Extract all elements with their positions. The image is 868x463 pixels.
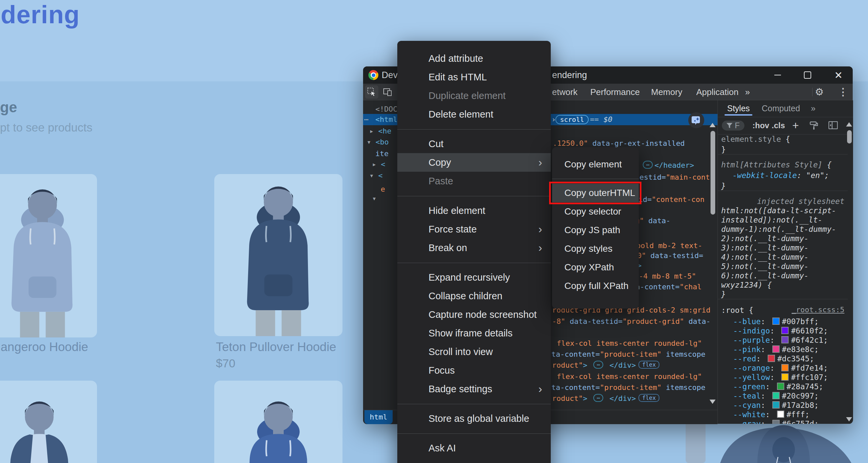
menu-item-hide-element[interactable]: Hide element xyxy=(397,201,551,220)
menu-item-label: Hide element xyxy=(429,205,485,216)
inline-expand-button[interactable]: ⋯ xyxy=(643,161,653,169)
menu-item-copy-selector[interactable]: Copy selector xyxy=(552,202,639,221)
menu-item-capture-node-screenshot[interactable]: Capture node screenshot xyxy=(397,305,551,324)
close-button[interactable]: ✕ xyxy=(832,68,845,82)
product-card[interactable] xyxy=(214,174,342,336)
menu-item-label: Collapse children xyxy=(429,290,502,301)
new-style-rule-button[interactable]: + xyxy=(792,117,799,133)
maximize-icon xyxy=(804,71,811,79)
code-line: ta-content="product-item" itemscope xyxy=(551,349,706,360)
code-line: p-4 mb-8 mt-5" xyxy=(634,271,696,282)
breadcrumb-html[interactable]: html xyxy=(364,410,393,424)
tab-application[interactable]: Application xyxy=(696,84,739,100)
color-swatch[interactable] xyxy=(777,410,784,418)
menu-item-delete-element[interactable]: Delete element xyxy=(397,105,551,124)
scrollbar-down-arrow[interactable] xyxy=(846,417,852,422)
tab--[interactable]: » xyxy=(811,100,815,116)
color-swatch[interactable] xyxy=(777,382,784,390)
product-name[interactable]: Teton Pullover Hoodie xyxy=(216,340,336,354)
menu-item-copy-element[interactable]: Copy element xyxy=(552,155,639,174)
row-gutter-dots: ⋯ xyxy=(364,114,368,125)
tab-computed[interactable]: Computed xyxy=(762,100,800,116)
stylesheet-source-link[interactable]: _root.scss:5 xyxy=(792,306,844,314)
ai-assistance-badge[interactable] xyxy=(688,112,704,128)
menu-item-add-attribute[interactable]: Add attribute xyxy=(397,49,551,68)
menu-item-cut[interactable]: Cut xyxy=(397,134,551,153)
color-swatch[interactable] xyxy=(772,401,780,408)
inline-expand-button[interactable]: ⋯ xyxy=(593,361,603,369)
filter-funnel-icon xyxy=(726,123,733,128)
css-variable-line: --pink: #e83e8c; xyxy=(733,345,819,354)
css-variable-line: --yellow: #ffc107; xyxy=(733,373,828,382)
scrollbar-down-arrow[interactable] xyxy=(710,400,715,404)
menu-item-duplicate-element[interactable]: Duplicate element xyxy=(397,86,551,105)
product-card[interactable] xyxy=(0,381,97,463)
menu-item-label: Edit as HTML xyxy=(429,72,487,82)
product-card[interactable] xyxy=(214,381,342,463)
code-line: roduct"> ⋯ </div>flex xyxy=(552,360,659,371)
more-options-icon[interactable]: ⋮ xyxy=(838,84,848,100)
scrollbar-up-arrow[interactable] xyxy=(846,122,852,127)
scroll-badge[interactable]: scroll xyxy=(555,115,589,124)
flex-badge[interactable]: flex xyxy=(639,394,659,402)
menu-item-copy-xpath[interactable]: Copy XPath xyxy=(552,258,639,277)
menu-item-copy-full-xpath[interactable]: Copy full XPath xyxy=(552,277,639,295)
menu-item-store-as-global-variable[interactable]: Store as global variable xyxy=(397,409,551,428)
toggle-element-state-button[interactable]: :hov xyxy=(752,117,769,134)
section-separator xyxy=(718,299,848,299)
settings-gear-icon[interactable]: ⚙ xyxy=(815,84,824,100)
menu-item-ask-ai[interactable]: Ask AI xyxy=(397,439,551,457)
color-swatch[interactable] xyxy=(781,373,788,381)
color-swatch[interactable] xyxy=(772,420,780,424)
style-rule-line: } xyxy=(721,181,726,191)
minimize-button[interactable] xyxy=(771,68,784,82)
menu-item-collapse-children[interactable]: Collapse children xyxy=(397,287,551,305)
tab--[interactable]: » xyxy=(745,84,750,100)
toggle-sidebar-icon[interactable] xyxy=(829,121,838,130)
device-toolbar-icon[interactable] xyxy=(381,85,394,99)
styles-filter-input[interactable]: F xyxy=(722,121,744,130)
menu-item-copy-js-path[interactable]: Copy JS path xyxy=(552,221,639,240)
color-swatch[interactable] xyxy=(772,392,780,399)
menu-item-copy-outerhtml[interactable]: Copy outerHTML xyxy=(552,184,639,202)
tab-styles[interactable]: Styles xyxy=(727,100,750,116)
css-variable-line: --red: #dc3545; xyxy=(733,354,814,363)
menu-item-expand-recursively[interactable]: Expand recursively xyxy=(397,268,551,287)
color-swatch[interactable] xyxy=(781,364,788,371)
tab-etwork[interactable]: etwork xyxy=(552,84,578,100)
menu-item-label: Copy XPath xyxy=(564,262,614,272)
menu-item-copy[interactable]: Copy› xyxy=(397,153,551,172)
tab-performance[interactable]: Performance xyxy=(590,84,640,100)
element-classes-button[interactable]: .cls xyxy=(772,117,785,134)
color-swatch[interactable] xyxy=(781,336,788,343)
menu-item-force-state[interactable]: Force state› xyxy=(397,220,551,239)
inspect-icon[interactable] xyxy=(365,85,378,99)
product-name[interactable]: angeroo Hoodie xyxy=(1,340,88,354)
product-card[interactable] xyxy=(0,174,97,337)
menu-item-badge-settings[interactable]: Badge settings› xyxy=(397,380,551,398)
flex-badge[interactable]: flex xyxy=(639,361,659,369)
product-image-raglan-tee xyxy=(0,389,97,463)
scrollbar-thumb[interactable] xyxy=(711,131,715,215)
inline-expand-button[interactable]: ⋯ xyxy=(593,394,603,402)
menu-item-copy-styles[interactable]: Copy styles xyxy=(552,240,639,258)
code-line: e xyxy=(381,184,385,195)
maximize-button[interactable] xyxy=(801,68,814,82)
color-swatch[interactable] xyxy=(781,327,788,334)
tab-memory[interactable]: Memory xyxy=(651,84,682,100)
style-rule-line: element.style { xyxy=(721,134,790,144)
color-swatch[interactable] xyxy=(772,345,780,353)
menu-item-show-iframe-details[interactable]: Show iframe details xyxy=(397,324,551,342)
paint-roller-icon[interactable] xyxy=(809,121,818,131)
toolbar-divider xyxy=(812,88,812,96)
menu-item-break-on[interactable]: Break on› xyxy=(397,239,551,257)
menu-item-paste[interactable]: Paste xyxy=(397,172,551,190)
scrollbar-thumb[interactable] xyxy=(847,130,852,144)
menu-item-scroll-into-view[interactable]: Scroll into view xyxy=(397,342,551,361)
scrollbar-up-arrow[interactable] xyxy=(710,123,715,127)
color-swatch[interactable] xyxy=(768,355,775,362)
menu-item-focus[interactable]: Focus xyxy=(397,361,551,380)
menu-item-label: Delete element xyxy=(429,109,493,120)
menu-item-edit-as-html[interactable]: Edit as HTML xyxy=(397,68,551,86)
color-swatch[interactable] xyxy=(772,317,780,325)
